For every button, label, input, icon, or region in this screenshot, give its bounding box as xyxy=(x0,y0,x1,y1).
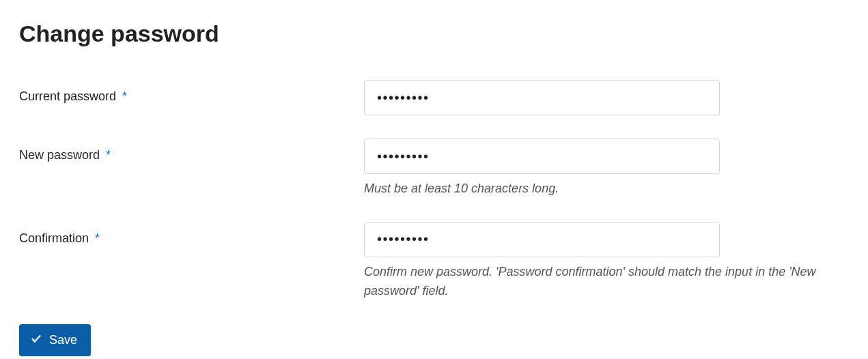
save-button[interactable]: Save xyxy=(19,324,91,356)
check-icon xyxy=(30,332,42,348)
required-asterisk: * xyxy=(122,89,127,103)
current-password-label: Current password * xyxy=(19,80,364,104)
confirmation-field[interactable] xyxy=(364,222,720,257)
current-password-field[interactable] xyxy=(364,80,720,115)
new-password-help: Must be at least 10 characters long. xyxy=(364,180,849,199)
new-password-label: New password * xyxy=(19,139,364,162)
required-asterisk: * xyxy=(95,231,100,245)
form-row-new-password: New password * Must be at least 10 chara… xyxy=(19,139,849,199)
required-asterisk: * xyxy=(106,148,111,162)
confirmation-help: Confirm new password. 'Password confirma… xyxy=(364,263,849,301)
form-row-confirmation: Confirmation * Confirm new password. 'Pa… xyxy=(19,222,849,301)
save-button-label: Save xyxy=(49,333,77,347)
page-title: Change password xyxy=(19,20,849,47)
confirmation-label: Confirmation * xyxy=(19,222,364,246)
new-password-field[interactable] xyxy=(364,139,720,174)
form-row-current-password: Current password * xyxy=(19,80,849,115)
